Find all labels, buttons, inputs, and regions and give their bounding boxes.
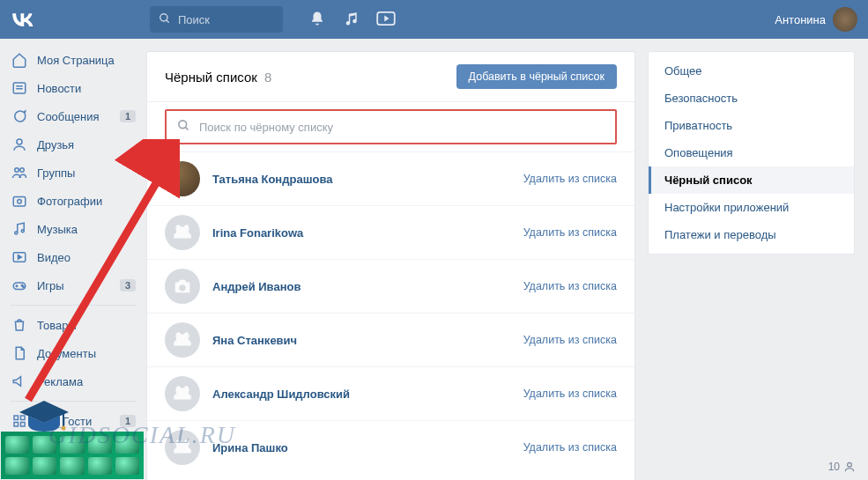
svg-line-24 [185, 127, 188, 129]
vk-logo[interactable] [11, 6, 35, 33]
blacklist-user-name[interactable]: Irina Fonarikowa [212, 226, 303, 240]
blacklist-user-name[interactable]: Ирина Пашко [212, 441, 288, 454]
svg-point-18 [23, 286, 25, 288]
settings-item-apps[interactable]: Настройки приложений [649, 194, 854, 221]
sidebar-item-label: Товары [37, 319, 77, 332]
sidebar-separator [11, 401, 136, 402]
video-icon[interactable] [376, 11, 396, 28]
news-icon [11, 79, 28, 97]
remove-from-blacklist-link[interactable]: Удалить из списка [523, 334, 617, 346]
gem-icon [88, 436, 112, 454]
sidebar-item-games[interactable]: Игры 3 [0, 271, 146, 299]
top-header: Антонина [0, 0, 868, 39]
blacklist-user-name[interactable]: Андрей Иванов [212, 280, 300, 293]
sidebar-item-video[interactable]: Видео [0, 243, 146, 271]
search-icon [159, 12, 171, 27]
blacklist-search-input[interactable] [199, 121, 605, 134]
remove-from-blacklist-link[interactable]: Удалить из списка [523, 280, 617, 292]
sidebar-item-docs[interactable]: Документы [0, 339, 146, 367]
header-search[interactable] [150, 6, 283, 33]
sidebar-badge: 1 [120, 415, 136, 427]
gem-icon [60, 436, 84, 454]
sidebar-item-label: Игры [37, 279, 64, 292]
settings-item-general[interactable]: Общее [649, 57, 854, 85]
blacklist-user-name[interactable]: Татьяна Кондрашова [212, 173, 332, 186]
sidebar-item-friends[interactable]: Друзья [0, 130, 146, 159]
sidebar-item-label: Моя Страница [37, 54, 115, 67]
sidebar-item-news[interactable]: Новости [0, 74, 146, 102]
friends-icon [11, 136, 28, 153]
search-icon [177, 119, 190, 135]
online-friends-count[interactable]: 10 [828, 461, 856, 473]
sidebar-item-market[interactable]: Товары [0, 311, 146, 339]
guests-icon [11, 412, 28, 430]
blacklist-row: Татьяна Кондрашова Удалить из списка [147, 151, 634, 205]
svg-point-10 [18, 200, 22, 204]
settings-item-security[interactable]: Безопасность [649, 85, 854, 112]
page-title: Чёрный список [165, 70, 257, 85]
remove-from-blacklist-link[interactable]: Удалить из списка [523, 441, 617, 454]
blacklist-row: Александр Шидловский Удалить из списка [147, 366, 634, 420]
user-avatar[interactable] [165, 161, 200, 196]
gem-icon [5, 436, 29, 454]
home-icon [11, 51, 28, 69]
remove-from-blacklist-link[interactable]: Удалить из списка [523, 226, 617, 239]
sidebar-item-label: Группы [37, 166, 75, 180]
add-to-blacklist-button[interactable]: Добавить в чёрный список [456, 64, 617, 89]
music-icon[interactable] [343, 11, 359, 29]
sidebar-item-label: Мои Гости [37, 415, 92, 428]
svg-point-23 [179, 121, 187, 129]
sidebar-item-label: Друзья [37, 138, 74, 151]
sidebar-item-label: Новости [37, 82, 81, 95]
sidebar-item-label: Фотографии [37, 195, 102, 208]
remove-from-blacklist-link[interactable]: Удалить из списка [523, 173, 617, 185]
sidebar-item-my-page[interactable]: Моя Страница [0, 46, 146, 74]
user-avatar[interactable] [165, 269, 200, 304]
header-search-input[interactable] [178, 13, 274, 26]
gem-icon [5, 457, 29, 475]
panel-header: Чёрный список 8 Добавить в чёрный список [147, 52, 634, 102]
svg-point-12 [21, 230, 24, 233]
left-sidebar: Моя Страница Новости Сообщения 1 Друзья … [0, 39, 146, 480]
user-avatar [833, 7, 857, 32]
blacklist-row: Яна Станкевич Удалить из списка [147, 313, 634, 366]
user-avatar[interactable] [165, 430, 200, 465]
blacklist-panel: Чёрный список 8 Добавить в чёрный список… [146, 51, 635, 480]
user-avatar[interactable] [165, 376, 200, 411]
blacklist-user-name[interactable]: Яна Станкевич [212, 334, 297, 347]
sidebar-item-label: Реклама [37, 375, 83, 388]
settings-item-notifications[interactable]: Оповещения [649, 139, 854, 166]
blacklist-search[interactable] [165, 109, 617, 144]
gem-icon [60, 457, 84, 475]
blacklist-user-name[interactable]: Александр Шидловский [212, 388, 350, 401]
settings-item-privacy[interactable]: Приватность [649, 112, 854, 139]
game-banner[interactable] [1, 432, 144, 479]
svg-point-8 [20, 168, 25, 173]
sidebar-badge: 3 [120, 279, 136, 292]
music-nav-icon [11, 220, 28, 238]
svg-rect-19 [14, 416, 19, 420]
gem-icon [115, 436, 139, 454]
gem-icon [88, 457, 112, 475]
docs-icon [11, 344, 28, 362]
video-nav-icon [11, 248, 28, 266]
blacklist-count: 8 [264, 70, 271, 85]
sidebar-separator [11, 305, 136, 306]
user-menu[interactable]: Антонина [775, 7, 857, 32]
sidebar-item-label: Музыка [37, 223, 78, 236]
sidebar-item-photos[interactable]: Фотографии [0, 187, 146, 215]
svg-rect-21 [14, 423, 19, 427]
remove-from-blacklist-link[interactable]: Удалить из списка [523, 388, 617, 400]
settings-item-payments[interactable]: Платежи и переводы [649, 221, 854, 248]
groups-icon [11, 164, 28, 181]
user-avatar[interactable] [165, 215, 200, 250]
notifications-icon[interactable] [309, 11, 325, 29]
sidebar-item-ads[interactable]: Реклама [0, 367, 146, 395]
user-name-label: Антонина [775, 13, 826, 26]
user-avatar[interactable] [165, 322, 200, 358]
svg-point-28 [848, 462, 852, 467]
sidebar-item-groups[interactable]: Группы [0, 159, 146, 187]
settings-item-blacklist[interactable]: Чёрный список [649, 166, 854, 194]
sidebar-item-messages[interactable]: Сообщения 1 [0, 102, 146, 130]
sidebar-item-music[interactable]: Музыка [0, 215, 146, 243]
